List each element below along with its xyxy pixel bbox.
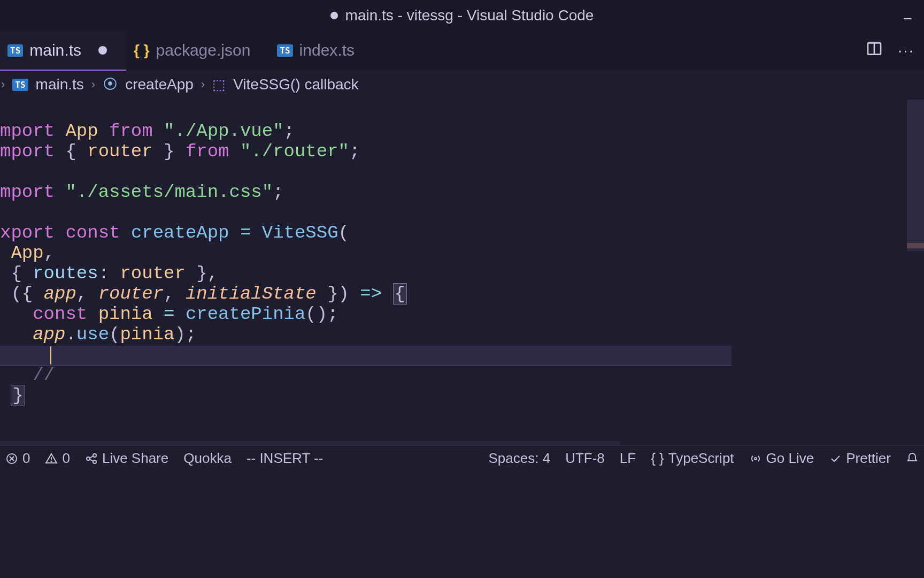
status-bar: 0 0 Live Share Quokka -- INSERT -- Space… bbox=[0, 445, 924, 471]
warning-count: 0 bbox=[62, 450, 70, 467]
error-count: 0 bbox=[22, 450, 30, 467]
status-go-live[interactable]: Go Live bbox=[749, 450, 814, 467]
status-language[interactable]: { } TypeScript bbox=[651, 450, 734, 467]
tab-package-json[interactable]: { } package.json bbox=[126, 31, 270, 70]
dirty-indicator-icon bbox=[330, 12, 338, 19]
tab-main-ts[interactable]: TS main.ts bbox=[0, 31, 126, 70]
tab-label: main.ts bbox=[29, 41, 81, 59]
minimize-icon[interactable]: − bbox=[903, 10, 912, 28]
chevron-right-icon: › bbox=[201, 78, 205, 92]
title-bar: main.ts - vitessg - Visual Studio Code − bbox=[0, 0, 924, 31]
tab-label: package.json bbox=[156, 41, 251, 59]
dirty-dot-icon bbox=[98, 46, 107, 55]
status-live-share[interactable]: Live Share bbox=[85, 450, 168, 467]
code-editor[interactable]: mport App from "./App.vue"; mport { rout… bbox=[0, 100, 924, 436]
prettier-label: Prettier bbox=[846, 450, 891, 467]
broadcast-icon bbox=[749, 452, 762, 465]
language-label: TypeScript bbox=[668, 450, 734, 467]
breadcrumb-symbol[interactable]: createApp bbox=[125, 76, 194, 93]
status-errors[interactable]: 0 bbox=[5, 450, 30, 467]
svg-line-11 bbox=[90, 459, 93, 461]
chevron-right-icon: › bbox=[1, 78, 5, 92]
svg-point-9 bbox=[93, 460, 96, 463]
status-vim-mode: -- INSERT -- bbox=[247, 450, 323, 467]
error-icon bbox=[5, 452, 18, 465]
tab-index-ts[interactable]: TS index.ts bbox=[270, 31, 374, 70]
symbol-module-icon: ⬚ bbox=[212, 77, 226, 93]
check-icon bbox=[829, 452, 842, 465]
go-live-label: Go Live bbox=[766, 450, 814, 467]
code-content: mport App from "./App.vue"; mport { rout… bbox=[0, 100, 924, 426]
status-feedback[interactable] bbox=[906, 452, 919, 465]
breadcrumb-file[interactable]: main.ts bbox=[36, 76, 84, 93]
typescript-icon: TS bbox=[7, 44, 23, 57]
symbol-function-icon: ⦿ bbox=[103, 76, 118, 93]
breadcrumb-callback[interactable]: ViteSSG() callback bbox=[233, 76, 358, 93]
status-indent[interactable]: Spaces: 4 bbox=[489, 450, 551, 467]
status-prettier[interactable]: Prettier bbox=[829, 450, 891, 467]
minimap[interactable] bbox=[907, 100, 924, 436]
svg-point-12 bbox=[754, 458, 757, 460]
tab-bar: TS main.ts { } package.json TS index.ts … bbox=[0, 31, 924, 70]
split-editor-icon[interactable] bbox=[866, 40, 883, 61]
breadcrumb: › TS main.ts › ⦿ createApp › ⬚ ViteSSG()… bbox=[0, 70, 924, 100]
status-quokka[interactable]: Quokka bbox=[183, 450, 232, 467]
braces-icon: { } bbox=[651, 450, 664, 467]
more-actions-icon[interactable]: ··· bbox=[898, 41, 914, 59]
status-encoding[interactable]: UTF-8 bbox=[565, 450, 605, 467]
status-warnings[interactable]: 0 bbox=[45, 450, 70, 467]
live-share-label: Live Share bbox=[102, 450, 168, 467]
svg-point-8 bbox=[93, 454, 96, 457]
status-eol[interactable]: LF bbox=[620, 450, 636, 467]
warning-icon bbox=[45, 452, 58, 465]
chevron-right-icon: › bbox=[91, 78, 95, 92]
bell-icon bbox=[906, 452, 919, 465]
live-share-icon bbox=[85, 452, 98, 465]
typescript-icon: TS bbox=[12, 79, 28, 91]
window-title: main.ts - vitessg - Visual Studio Code bbox=[345, 7, 594, 24]
svg-point-6 bbox=[51, 461, 52, 461]
svg-point-7 bbox=[87, 457, 90, 460]
typescript-icon: TS bbox=[277, 44, 292, 57]
json-braces-icon: { } bbox=[134, 42, 150, 59]
svg-line-10 bbox=[90, 456, 93, 458]
minimap-highlight bbox=[907, 243, 924, 248]
tab-label: index.ts bbox=[299, 41, 355, 59]
